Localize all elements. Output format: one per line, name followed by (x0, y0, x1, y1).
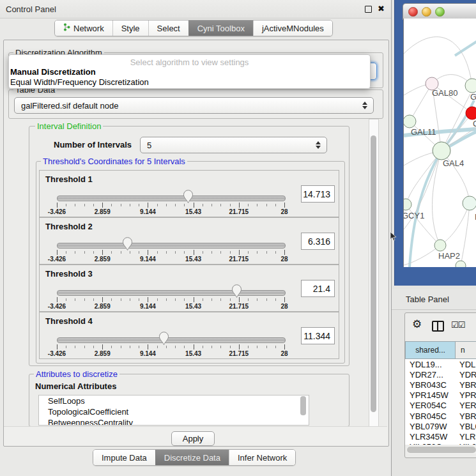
slider-track[interactable] (57, 243, 286, 249)
slider-thumb[interactable] (183, 189, 194, 204)
attribute-list-item[interactable]: BetweennessCentrality (39, 417, 309, 426)
slider-thumb[interactable] (231, 284, 242, 298)
slider-tick (148, 297, 148, 302)
slider-tick (111, 298, 112, 301)
checkbox-icons[interactable]: ☑☑ (451, 320, 464, 330)
popup-option-equal-width[interactable]: Equal Width/Frequency Discretization (10, 77, 149, 87)
tab-cyni-toolbox[interactable]: Cyni Toolbox (188, 20, 253, 36)
slider-track[interactable] (57, 290, 286, 296)
table-data-combobox[interactable]: galFiltered.sif default node (14, 97, 374, 114)
cell-shared-name: YBR045C (405, 411, 456, 421)
window-title: Control Panel (6, 4, 56, 14)
table-row[interactable]: YBR045CYBR0 (405, 411, 476, 421)
network-node-GCY1[interactable] (404, 199, 411, 210)
slider-track[interactable] (57, 196, 286, 201)
gear-icon[interactable]: ⚙ (412, 319, 422, 330)
network-node-HAP2[interactable] (434, 240, 446, 251)
panel-vertical-scrollbar[interactable] (369, 119, 379, 427)
zoom-traffic-light-icon[interactable] (435, 7, 445, 17)
slider-tick (102, 203, 103, 208)
slider-tick-label: 15.43 (185, 303, 201, 310)
table-row[interactable]: YPR145WYPR1 (405, 390, 476, 401)
cell-shared-name: YDR27... (405, 370, 456, 380)
slider-tick (130, 298, 130, 301)
slider-tick (121, 346, 121, 348)
network-node-label: GCY1 (404, 211, 424, 220)
table-row[interactable]: YBR043CYBR0 (405, 380, 476, 390)
slider-track[interactable] (57, 337, 286, 343)
slider-tick (211, 204, 212, 206)
table-row[interactable]: YER054CYER0 (405, 401, 476, 411)
network-node-red-node[interactable] (466, 107, 476, 119)
slider-tick (57, 344, 58, 349)
network-canvas[interactable]: GAL80GACGAL11GAL4GCY1HHAP2 (403, 19, 476, 267)
slider-tick (266, 251, 267, 254)
slider-tick-label: 2.859 (95, 303, 111, 310)
table-row[interactable]: YBL079WYBL0 (405, 421, 476, 431)
scrollbar-thumb[interactable] (371, 135, 376, 412)
table-row[interactable]: YDL19...YDL1 (405, 359, 476, 369)
threshold-value-field[interactable]: 21.4 (301, 280, 335, 297)
column-header-name[interactable]: n (456, 341, 476, 359)
slider-tick (284, 250, 285, 255)
slider-thumb[interactable] (158, 331, 169, 346)
tab-network[interactable]: Network (55, 20, 112, 36)
tab-impute-data[interactable]: Impute Data (93, 450, 155, 465)
network-window-titlebar[interactable] (403, 3, 476, 20)
slider-tick-label: 9.144 (140, 208, 156, 215)
slider-tick-label: 15.43 (185, 208, 201, 215)
attributes-list-scrollbar[interactable] (300, 396, 306, 415)
column-layout-icon[interactable] (432, 321, 444, 332)
cell-name: YBR0 (456, 380, 476, 390)
slider-tick (194, 297, 194, 302)
minimize-traffic-light-icon[interactable] (422, 7, 431, 17)
table-row[interactable]: YDR27...YDR2 (405, 369, 476, 380)
tab-select[interactable]: Select (148, 20, 188, 36)
slider-tick (157, 251, 158, 254)
table-body[interactable]: YDL19...YDL1YDR27...YDR2YBR043CYBR0YPR14… (405, 359, 476, 445)
interval-definition-label: Interval Definition (35, 121, 103, 131)
slider-tick (175, 346, 176, 348)
network-node-bottom-node[interactable] (456, 261, 466, 267)
slider-tick (93, 346, 94, 348)
slider-tick (166, 346, 167, 348)
slider-tick (130, 204, 130, 206)
slider-tick (166, 204, 167, 206)
table-row[interactable]: YIL052CYIL0 (405, 442, 476, 445)
slider-tick (84, 251, 85, 254)
table-horizontal-scrollbar[interactable] (406, 446, 476, 454)
slider-thumb[interactable] (122, 236, 133, 251)
column-header-shared[interactable]: shared... (405, 341, 456, 359)
network-node-H[interactable] (463, 196, 476, 210)
number-of-intervals-combobox[interactable]: 5 (140, 137, 327, 153)
network-node-GAL11[interactable] (404, 115, 416, 128)
network-node-GA[interactable] (465, 79, 476, 93)
threshold-value-field[interactable]: 11.344 (301, 327, 335, 344)
tab-discretize-data[interactable]: Discretize Data (155, 450, 229, 465)
tab-style[interactable]: Style (112, 20, 148, 36)
threshold-value-field[interactable]: 6.316 (301, 233, 335, 250)
close-icon[interactable]: ✖ (378, 4, 385, 13)
tab-jactivemnodules[interactable]: jActiveMNodules (253, 20, 332, 36)
slider-tick (220, 346, 221, 348)
attribute-list-item[interactable]: SelfLoops (39, 395, 309, 406)
popup-option-manual[interactable]: Manual Discretization (10, 67, 96, 77)
cell-shared-name: YLR345W (405, 432, 456, 441)
table-row[interactable]: YLR345WYLR3 (405, 431, 476, 441)
tab-label: Network (73, 24, 104, 33)
threshold-panel-2: Threshold 2-3.4262.8599.14415.4321.71528… (39, 217, 339, 265)
network-node-GAL4[interactable] (433, 142, 450, 160)
apply-button[interactable]: Apply (171, 431, 215, 446)
slider-tick (275, 298, 276, 301)
network-icon (63, 23, 70, 33)
slider-tick (75, 346, 75, 348)
numerical-attributes-list[interactable]: SelfLoopsTopologicalCoefficientBetweenne… (38, 395, 309, 426)
threshold-value-field[interactable]: 14.713 (301, 185, 335, 203)
slider-tick (266, 346, 267, 348)
close-traffic-light-icon[interactable] (408, 7, 418, 17)
attribute-list-item[interactable]: TopologicalCoefficient (39, 406, 309, 417)
slider-tick-label: 15.43 (185, 256, 201, 263)
float-window-icon[interactable] (365, 6, 372, 13)
scrollbar-thumb[interactable] (407, 447, 476, 453)
tab-infer-network[interactable]: Infer Network (229, 450, 295, 465)
